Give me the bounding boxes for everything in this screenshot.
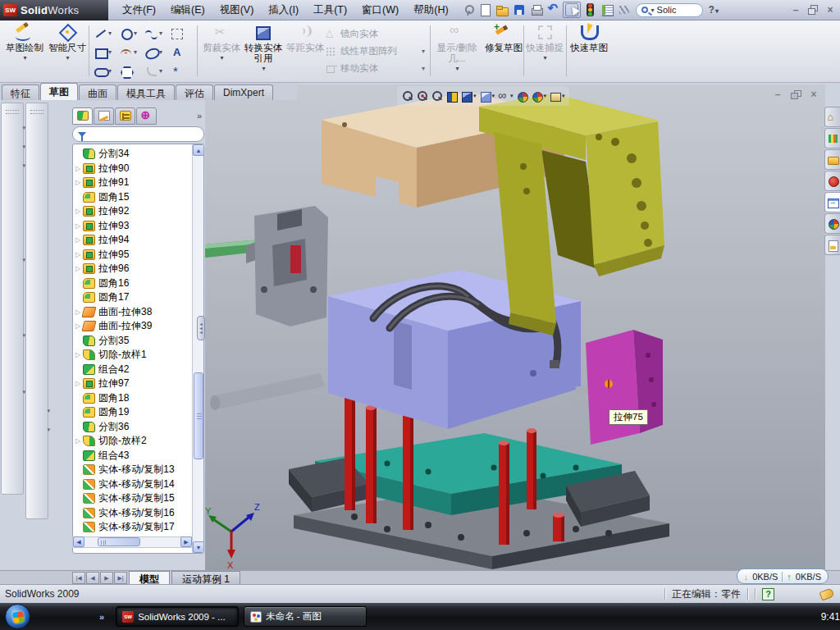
command-tab[interactable]: 模具工具	[117, 84, 175, 100]
ellipse-icon[interactable]	[143, 43, 168, 62]
scroll-up-button[interactable]: ▲	[193, 144, 204, 156]
status-help-icon[interactable]: ?	[762, 588, 774, 600]
input-keyboard-tray-icon[interactable]	[661, 610, 673, 623]
straight-slot-icon[interactable]	[92, 62, 117, 80]
start-button[interactable]	[5, 604, 30, 629]
tree-item[interactable]: ▷ 曲面-拉伸38	[73, 305, 192, 320]
search-input[interactable]: ▾ Solic	[636, 3, 703, 17]
工具(T)[interactable]: 工具(T)	[306, 1, 354, 20]
reference-axis-icon[interactable]	[5, 367, 20, 380]
tree-item[interactable]: ▷ 圆角15	[73, 190, 192, 205]
tree-item[interactable]: ▷ 拉伸91	[73, 176, 192, 190]
expand-arrow-icon[interactable]: ▷	[75, 236, 83, 244]
restore-button[interactable]	[806, 3, 820, 16]
view-palette-icon[interactable]	[824, 192, 840, 212]
hide-show-items-icon[interactable]	[497, 90, 514, 103]
selection-filter-icon[interactable]	[616, 2, 632, 18]
edit-appearance-icon[interactable]	[516, 90, 528, 103]
tree-item[interactable]: ▷ 拉伸97	[73, 377, 192, 391]
chamfer-icon[interactable]	[5, 178, 20, 191]
exploded-mold-assembly[interactable]: Y Z X	[205, 84, 825, 570]
tree-item[interactable]: ▷ 实体-移动/复制15	[73, 491, 192, 506]
tree-item[interactable]: ▷ 实体-移动/复制14	[73, 477, 192, 492]
reference-point-icon[interactable]	[5, 329, 20, 342]
rib-icon[interactable]	[5, 235, 20, 248]
rapid-sketch-button[interactable]: 快速草图	[569, 23, 609, 80]
select-tool-icon[interactable]	[563, 2, 581, 18]
expand-arrow-icon[interactable]: ▷	[75, 208, 83, 215]
featuremanager-tab[interactable]	[72, 107, 93, 125]
doc-minimize-button[interactable]: –	[771, 89, 784, 100]
display-style-icon[interactable]	[479, 90, 495, 103]
dome-icon[interactable]	[30, 253, 44, 267]
expand-arrow-icon[interactable]: ▷	[75, 165, 83, 172]
zoom-fit-icon[interactable]	[401, 90, 413, 103]
boundary-icon[interactable]	[30, 197, 44, 210]
tree-item[interactable]: ▷ 拉伸94	[73, 233, 192, 248]
print-icon[interactable]	[528, 2, 545, 18]
tree-item[interactable]: ▷ 拉伸92	[73, 204, 192, 219]
loft-icon[interactable]	[30, 178, 44, 191]
fillet-icon[interactable]	[5, 159, 20, 172]
tree-item[interactable]: ▷ 分割36	[73, 420, 192, 435]
graphics-viewport[interactable]: Y Z X – × 拉伸75	[205, 84, 825, 570]
zoom-selection-icon[interactable]	[431, 90, 443, 103]
quick-launch-chevron[interactable]: »	[99, 612, 104, 622]
combine-bodies-icon[interactable]	[5, 272, 20, 285]
flex-icon[interactable]	[30, 121, 44, 135]
tree-item[interactable]: ▷ 组合42	[73, 363, 192, 377]
line-icon[interactable]	[92, 24, 117, 43]
rebuild-traffic-light-icon[interactable]	[582, 2, 598, 18]
move-copy-bodies-icon[interactable]	[5, 310, 20, 323]
expand-arrow-icon[interactable]: ▷	[75, 380, 83, 387]
scroll-right-button[interactable]: ▶	[180, 536, 192, 547]
freeform-icon[interactable]	[30, 216, 44, 229]
gray-insert-part[interactable]	[246, 206, 328, 326]
spline-icon[interactable]	[143, 24, 168, 43]
tree-item[interactable]: ▷ 曲面-拉伸39	[73, 319, 192, 334]
help-button[interactable]: ?▾	[706, 4, 721, 16]
extruded-boss-icon[interactable]	[5, 140, 20, 153]
deform-icon[interactable]	[30, 329, 44, 342]
tree-item[interactable]: ▷ 分割34	[73, 147, 192, 162]
command-tab[interactable]: DimXpert	[214, 84, 273, 100]
antivirus-shield-tray-icon[interactable]	[696, 610, 708, 623]
model-tab[interactable]: 模型	[129, 571, 170, 584]
browser-quicklaunch-icon[interactable]	[61, 609, 75, 624]
reference-sketch-icon[interactable]	[30, 404, 44, 418]
帮助(H)[interactable]: 帮助(H)	[406, 1, 455, 20]
open-document-icon[interactable]	[494, 2, 510, 18]
last-tab-button[interactable]: ▶|	[114, 572, 127, 584]
delete-body-icon[interactable]	[30, 291, 44, 304]
next-tab-button[interactable]: ▶	[100, 572, 113, 584]
panel-overflow-chevron[interactable]: »	[197, 111, 204, 121]
pin-toolbar-icon[interactable]	[459, 2, 476, 18]
section-view-icon[interactable]	[445, 90, 458, 103]
tree-item[interactable]: ▷ 拉伸90	[73, 162, 192, 176]
solidworks-quicklaunch-icon[interactable]	[81, 609, 96, 624]
measure-tool-icon[interactable]	[5, 404, 20, 418]
command-tab[interactable]: 曲面	[79, 84, 116, 100]
model-tab[interactable]: 运动算例 1	[171, 571, 240, 584]
first-tab-button[interactable]: |◀	[72, 572, 85, 584]
scroll-left-button[interactable]: ◀	[73, 536, 84, 547]
corner-rectangle-icon[interactable]	[92, 43, 117, 62]
expand-arrow-icon[interactable]: ▷	[75, 351, 83, 358]
file-explorer-icon[interactable]	[824, 149, 840, 170]
doc-close-button[interactable]: ×	[807, 89, 820, 100]
surface-fill-icon[interactable]	[30, 235, 44, 248]
new-document-icon[interactable]	[477, 2, 493, 18]
design-library-icon[interactable]	[824, 128, 840, 148]
panel-splitter-handle[interactable]: ◂◂◂	[197, 316, 205, 340]
dimxpertmanager-tab[interactable]	[136, 107, 157, 125]
reference-plane-icon[interactable]	[5, 348, 20, 361]
task-button[interactable]: SolidWorks 2009 - ...	[116, 606, 239, 627]
view-settings-icon[interactable]	[549, 90, 565, 103]
doc-restore-button[interactable]	[789, 89, 802, 100]
expand-arrow-icon[interactable]: ▷	[75, 437, 83, 445]
scroll-down-button[interactable]: ▼	[193, 541, 204, 553]
编辑(E)[interactable]: 编辑(E)	[163, 1, 212, 20]
spline-tool-icon[interactable]	[30, 423, 44, 436]
sketch-dropdown-icon[interactable]: ▾	[23, 54, 26, 62]
move-entities-button[interactable]: 移动实体	[325, 60, 425, 77]
